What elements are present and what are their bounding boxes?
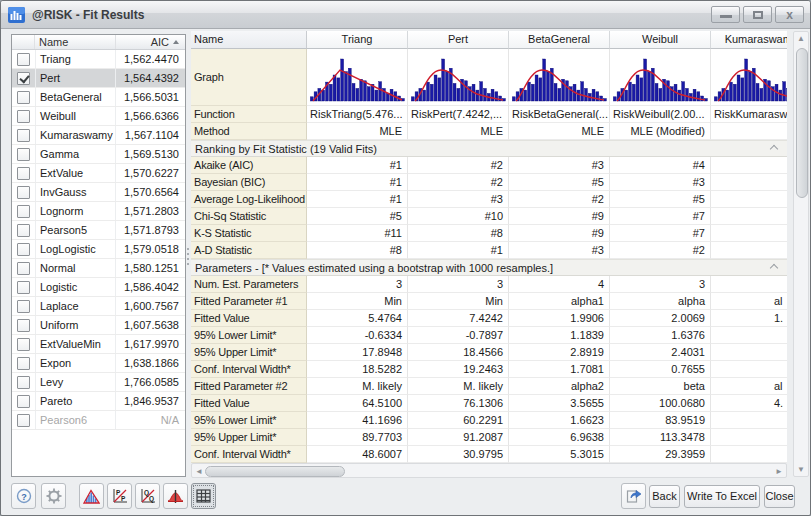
- fit-checkbox[interactable]: [17, 300, 30, 313]
- fit-checkbox[interactable]: [17, 338, 30, 351]
- fit-checkbox[interactable]: [17, 72, 30, 85]
- settings-button[interactable]: [41, 483, 66, 509]
- close-window-button[interactable]: x: [775, 6, 804, 23]
- fit-checkbox[interactable]: [17, 129, 30, 142]
- panel-splitter[interactable]: [187, 245, 190, 275]
- pp-plot-button[interactable]: PP: [107, 483, 132, 509]
- difference-graph-button[interactable]: [163, 483, 188, 509]
- distribution-column-header[interactable]: Weibull: [610, 31, 711, 49]
- title-bar[interactable]: @RISK - Fit Results x: [1, 1, 810, 29]
- fit-name: ExtValueMin: [35, 335, 116, 353]
- fit-aic-value: 1,567.1104: [116, 129, 185, 141]
- fit-list-header: Name AIC: [12, 35, 185, 50]
- results-cell: #5: [610, 191, 711, 208]
- fit-checkbox[interactable]: [17, 414, 30, 427]
- fit-list-row[interactable]: ExtValue1,570.6227: [12, 164, 185, 183]
- fit-checkbox[interactable]: [17, 319, 30, 332]
- fit-checkbox[interactable]: [17, 148, 30, 161]
- scroll-right-arrow[interactable]: ►: [772, 467, 786, 476]
- distribution-column-header[interactable]: Kumaraswamy: [711, 31, 787, 49]
- difference-graph-icon: [167, 489, 184, 504]
- qq-plot-button[interactable]: QQ: [135, 483, 160, 509]
- scroll-up-arrow[interactable]: ▲: [794, 34, 808, 43]
- results-name-header[interactable]: Name: [191, 31, 307, 49]
- statistics-grid-button[interactable]: [191, 483, 216, 509]
- fit-list-row[interactable]: Laplace1,600.7567: [12, 297, 185, 316]
- scroll-left-arrow[interactable]: ◄: [192, 467, 206, 476]
- collapse-chevron-icon[interactable]: [771, 263, 779, 271]
- fit-comparison-button[interactable]: [79, 483, 104, 509]
- checkbox-column-header[interactable]: [12, 35, 35, 49]
- fit-checkbox[interactable]: [17, 395, 30, 408]
- back-button[interactable]: Back: [649, 485, 680, 508]
- fit-list-row[interactable]: Gamma1,569.5130: [12, 145, 185, 164]
- fit-checkbox[interactable]: [17, 91, 30, 104]
- row-label: K-S Statistic: [191, 225, 307, 242]
- fit-list-row[interactable]: Normal1,580.1251: [12, 259, 185, 278]
- fit-list-row[interactable]: Logistic1,586.4042: [12, 278, 185, 297]
- fit-aic-value: 1,580.1251: [116, 262, 185, 274]
- fit-list-row[interactable]: Kumaraswamy1,567.1104: [12, 126, 185, 145]
- write-to-excel-button[interactable]: Write To Excel: [684, 485, 760, 508]
- fit-checkbox[interactable]: [17, 376, 30, 389]
- horizontal-scrollbar[interactable]: ◄ ►: [191, 463, 787, 478]
- fit-graph-thumbnail[interactable]: [307, 49, 408, 106]
- export-button[interactable]: [621, 483, 646, 509]
- fit-checkbox[interactable]: [17, 186, 30, 199]
- row-label: A-D Statistic: [191, 242, 307, 259]
- results-cell: Min: [408, 293, 509, 310]
- fit-checkbox[interactable]: [17, 205, 30, 218]
- fit-aic-value: 1,600.7567: [116, 300, 185, 312]
- distribution-column-header[interactable]: Pert: [408, 31, 509, 49]
- fit-checkbox[interactable]: [17, 262, 30, 275]
- fit-list-row[interactable]: Weibull1,566.6366: [12, 107, 185, 126]
- fit-aic-value: 1,607.5638: [116, 319, 185, 331]
- name-column-header[interactable]: Name: [35, 35, 116, 49]
- fit-list-row[interactable]: Expon1,638.1866: [12, 354, 185, 373]
- aic-column-header[interactable]: AIC: [116, 35, 185, 49]
- fit-list-row[interactable]: ExtValueMin1,617.9970: [12, 335, 185, 354]
- fit-checkbox[interactable]: [17, 243, 30, 256]
- fit-aic-value: 1,562.4470: [116, 53, 185, 65]
- distribution-column-header[interactable]: BetaGeneral: [509, 31, 610, 49]
- fit-checkbox[interactable]: [17, 167, 30, 180]
- fit-list-row[interactable]: Pearson6N/A: [12, 411, 185, 430]
- help-button[interactable]: ?: [11, 483, 36, 509]
- collapse-chevron-icon[interactable]: [771, 144, 779, 152]
- minimize-button[interactable]: [711, 6, 740, 23]
- maximize-button[interactable]: [743, 6, 772, 23]
- fit-checkbox[interactable]: [17, 110, 30, 123]
- vertical-scroll-thumb[interactable]: [796, 48, 808, 198]
- close-button[interactable]: Close: [764, 485, 795, 508]
- scroll-down-arrow[interactable]: ▼: [794, 465, 808, 474]
- fit-list-row[interactable]: Levy1,766.0585: [12, 373, 185, 392]
- fit-aic-value: 1,564.4392: [116, 72, 185, 84]
- fit-checkbox[interactable]: [17, 281, 30, 294]
- fit-checkbox[interactable]: [17, 224, 30, 237]
- vertical-scrollbar[interactable]: ▲ ▼: [793, 31, 809, 477]
- fit-graph-thumbnail[interactable]: [509, 49, 610, 106]
- fit-list-row[interactable]: Pareto1,846.9537: [12, 392, 185, 411]
- fit-checkbox[interactable]: [17, 357, 30, 370]
- fit-list-row[interactable]: Triang1,562.4470: [12, 50, 185, 69]
- fit-list-row[interactable]: LogLogistic1,579.0518: [12, 240, 185, 259]
- results-cell: [711, 344, 787, 361]
- results-row: Fitted Value5.47647.42421.99062.00691.: [191, 310, 787, 327]
- fit-graph-thumbnail[interactable]: [711, 49, 787, 106]
- row-label: 95% Lower Limit*: [191, 327, 307, 344]
- section-header[interactable]: Ranking by Fit Statistic (19 Valid Fits): [191, 140, 787, 157]
- fit-name: InvGauss: [35, 183, 116, 201]
- horizontal-scroll-thumb[interactable]: [205, 466, 345, 477]
- distribution-column-header[interactable]: Triang: [307, 31, 408, 49]
- fit-list-row[interactable]: InvGauss1,570.6564: [12, 183, 185, 202]
- fit-list-row[interactable]: Pert1,564.4392: [12, 69, 185, 88]
- fit-graph-thumbnail[interactable]: [408, 49, 509, 106]
- fit-list-row[interactable]: Uniform1,607.5638: [12, 316, 185, 335]
- fit-checkbox[interactable]: [17, 53, 30, 66]
- section-header[interactable]: Parameters - [* Values estimated using a…: [191, 259, 787, 276]
- fit-list-row[interactable]: BetaGeneral1,566.5031: [12, 88, 185, 107]
- fit-list-row[interactable]: Pearson51,571.8793: [12, 221, 185, 240]
- fit-graph-thumbnail[interactable]: [610, 49, 711, 106]
- fit-list-row[interactable]: Lognorm1,571.2803: [12, 202, 185, 221]
- fit-name: LogLogistic: [35, 240, 116, 258]
